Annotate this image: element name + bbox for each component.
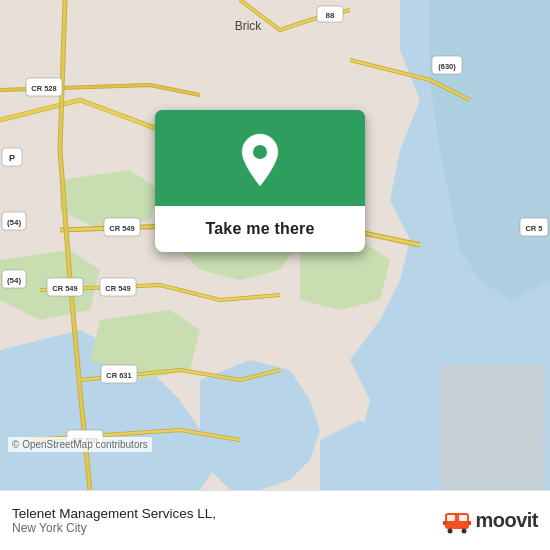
navigation-popup: Take me there bbox=[155, 110, 365, 252]
location-name: Telenet Management Services LL, bbox=[12, 506, 443, 521]
svg-text:CR 528: CR 528 bbox=[31, 84, 56, 93]
svg-text:CR 549: CR 549 bbox=[105, 284, 130, 293]
map-copyright: © OpenStreetMap contributors bbox=[8, 437, 152, 452]
moovit-brand-name: moovit bbox=[475, 509, 538, 532]
svg-rect-43 bbox=[443, 521, 446, 525]
svg-rect-11 bbox=[440, 365, 545, 490]
svg-rect-40 bbox=[459, 515, 467, 521]
popup-icon-area bbox=[155, 110, 365, 206]
svg-rect-44 bbox=[468, 521, 471, 525]
location-pin-icon bbox=[237, 132, 283, 188]
svg-point-37 bbox=[253, 145, 267, 159]
map-area: 88 CR 528 CR 549 CR 549 CR 549 (630) (54… bbox=[0, 0, 550, 490]
moovit-logo: moovit bbox=[443, 507, 538, 535]
svg-text:CR 549: CR 549 bbox=[52, 284, 77, 293]
svg-text:CR 549: CR 549 bbox=[109, 224, 134, 233]
location-city: New York City bbox=[12, 521, 443, 535]
svg-point-42 bbox=[462, 528, 467, 533]
bottom-bar: Telenet Management Services LL, New York… bbox=[0, 490, 550, 550]
take-me-there-button[interactable]: Take me there bbox=[155, 206, 365, 252]
svg-text:(54): (54) bbox=[7, 218, 22, 227]
moovit-bus-icon bbox=[443, 507, 471, 535]
svg-point-41 bbox=[448, 528, 453, 533]
svg-text:CR 5: CR 5 bbox=[525, 224, 542, 233]
svg-text:(630): (630) bbox=[438, 62, 456, 71]
location-info: Telenet Management Services LL, New York… bbox=[12, 506, 443, 535]
svg-text:Brick: Brick bbox=[235, 19, 263, 33]
svg-text:P: P bbox=[9, 153, 15, 163]
svg-text:88: 88 bbox=[326, 11, 335, 20]
svg-text:CR 631: CR 631 bbox=[106, 371, 131, 380]
svg-text:(54): (54) bbox=[7, 276, 22, 285]
svg-rect-39 bbox=[447, 515, 455, 521]
